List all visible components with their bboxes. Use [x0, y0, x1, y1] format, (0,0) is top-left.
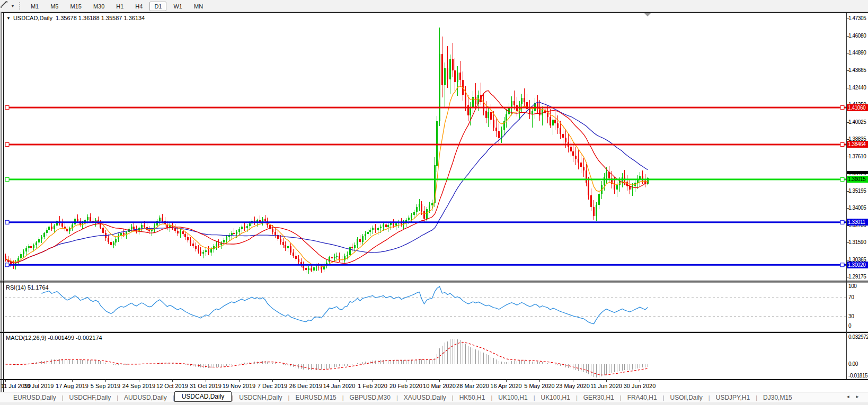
chart-tab-usdcnh-daily[interactable]: USDCNH,Daily: [233, 393, 288, 402]
chart-canvas[interactable]: [0, 0, 868, 405]
date-label: 5 Sep 2019: [87, 383, 124, 389]
tab-scroll-right-icon[interactable]: ►: [855, 394, 865, 399]
date-label: 30 Jun 2020: [621, 383, 658, 389]
collapse-caret-icon[interactable]: ▼: [6, 16, 11, 21]
price-tick-label: 1.44890: [848, 50, 867, 56]
date-label: 19 Nov 2019: [220, 383, 258, 389]
chart-tab-xauusd-daily[interactable]: XAUUSD,Daily: [398, 393, 452, 402]
date-label: 5 May 2020: [521, 383, 558, 389]
status-strip: [0, 402, 868, 405]
chart-tab-hk50-h1[interactable]: HK50,H1: [454, 393, 491, 402]
date-label: 24 Sep 2019: [120, 383, 157, 389]
price-tick-label: 1.46080: [848, 33, 867, 39]
chart-tab-usdjpy-h1[interactable]: USDJPY,H1: [710, 393, 756, 402]
date-label: 11 Jun 2020: [588, 383, 625, 389]
hline-price-label[interactable]: 1.36015: [847, 176, 868, 183]
chart-symbol-title: USDCAD,Daily: [13, 15, 52, 21]
date-label: 14 Jan 2020: [321, 383, 358, 389]
price-tick-label: 1.47305: [848, 15, 867, 21]
chart-tab-eurusd-m15[interactable]: EURUSD,M15: [289, 393, 342, 402]
chart-tab-eurusd-daily[interactable]: EURUSD,Daily: [7, 393, 62, 402]
tab-scroll-left-icon[interactable]: ◄: [846, 394, 855, 399]
date-label: 31 Oct 2019: [187, 383, 224, 389]
price-tick-label: 1.35195: [848, 188, 867, 194]
date-label: 1 Feb 2020: [354, 383, 391, 389]
macd-indicator-label: MACD(12,26,9) -0.001499 -0.002174: [6, 335, 102, 341]
hline-price-label[interactable]: 1.33011: [847, 219, 868, 226]
hline-price-label[interactable]: 1.41060: [847, 104, 868, 111]
chart-tabs-bar: EURUSD,Daily|USDCHF,Daily|AUDUSD,Daily|U…: [0, 392, 868, 402]
date-label: 16 Apr 2020: [488, 383, 525, 389]
mt4-window: { "toolbar": { "dropdown_caret": "▼", "t…: [0, 0, 868, 405]
date-label: 7 Dec 2019: [254, 383, 291, 389]
chart-tab-ger30-h1[interactable]: GER30,H1: [578, 393, 620, 402]
quote-ohlc-values: 1.35678 1.36188 1.35587 1.36134: [56, 15, 145, 21]
macd-level-label: 0.00: [848, 361, 867, 367]
rsi-level-label: 30: [848, 313, 867, 319]
chart-tab-usdcad-daily[interactable]: USDCAD,Daily: [174, 391, 232, 402]
date-label: 12 Oct 2019: [154, 383, 191, 389]
chart-tab-uk100-h1[interactable]: UK100,H1: [535, 393, 576, 402]
price-tick-label: 1.37610: [848, 154, 867, 159]
date-label: 10 Mar 2020: [421, 383, 458, 389]
quote-line: ▼USDCAD,Daily 1.35678 1.36188 1.35587 1.…: [6, 15, 145, 21]
rsi-level-label: 0: [848, 323, 867, 329]
rsi-level-label: 100: [848, 283, 867, 289]
date-label: 28 Mar 2020: [454, 383, 491, 389]
price-tick-label: 1.31590: [848, 239, 867, 245]
chart-tab-gbpusd-m30[interactable]: GBPUSD,M30: [344, 393, 396, 402]
hline-price-label[interactable]: 1.30020: [847, 262, 868, 268]
rsi-level-label: 70: [848, 294, 867, 300]
chart-tab-uk100-h1[interactable]: UK100,H1: [492, 393, 533, 402]
date-label: 17 Aug 2019: [54, 383, 91, 389]
price-tick-label: 1.42440: [848, 85, 867, 91]
date-label: 26 Dec 2019: [287, 383, 324, 389]
price-tick-label: 1.34005: [848, 205, 867, 211]
chart-tab-usdchf-daily[interactable]: USDCHF,Daily: [64, 393, 117, 402]
price-tick-label: 1.29175: [848, 274, 867, 280]
hline-price-label[interactable]: 1.38464: [847, 141, 868, 148]
chart-tab-dj30-m15[interactable]: DJ30,M15: [757, 393, 798, 402]
tab-scroll-arrows: ◄►: [846, 394, 865, 399]
chart-tab-fra40-h1[interactable]: FRA40,H1: [622, 393, 663, 402]
date-label: 30 Jul 2019: [20, 383, 57, 389]
chart-tab-usoil-daily[interactable]: USOil,Daily: [665, 393, 708, 402]
rsi-indicator-label: RSI(14) 51.1764: [6, 284, 49, 291]
date-label: 23 May 2020: [554, 383, 591, 389]
macd-level-label: -0.01815: [848, 373, 867, 379]
price-tick-label: 1.43665: [848, 67, 867, 73]
macd-level-label: 0.032972: [848, 334, 867, 340]
chart-tab-audusd-daily[interactable]: AUDUSD,Daily: [118, 393, 173, 402]
price-tick-label: 1.40025: [848, 119, 867, 125]
date-label: 20 Feb 2020: [387, 383, 424, 389]
